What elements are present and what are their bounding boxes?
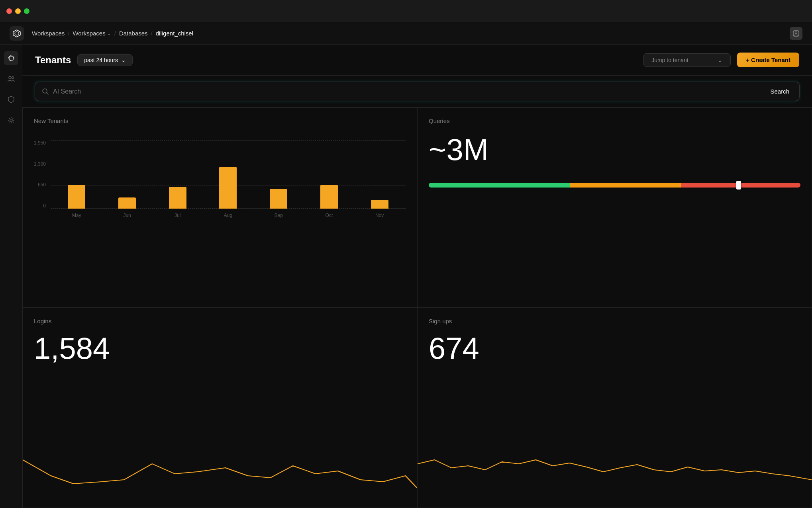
svg-point-15 <box>10 119 12 121</box>
user-icon[interactable] <box>790 27 802 40</box>
sidebar <box>0 45 22 508</box>
breadcrumb-workspaces2[interactable]: Workspaces <box>73 30 105 37</box>
search-input[interactable] <box>53 88 763 95</box>
bar-jul <box>169 187 186 209</box>
dashboard: New Tenants 1,950 1,300 650 0 <box>22 107 812 508</box>
jump-chevron-icon: ⌄ <box>718 57 722 63</box>
bar-may <box>68 185 85 209</box>
search-button[interactable]: Search <box>767 86 792 96</box>
logins-title: Logins <box>34 318 406 324</box>
breadcrumb-sep-2: / <box>114 30 116 37</box>
logins-sparkline <box>23 436 417 508</box>
time-filter-chevron: ⌄ <box>121 57 126 63</box>
app-logo <box>10 26 24 41</box>
svg-line-17 <box>47 92 49 94</box>
bar-group-jun: Jun <box>103 140 152 209</box>
y-label-0: 0 <box>34 203 46 209</box>
jump-to-label: Jump to tenant <box>651 57 688 63</box>
main-content: Tenants past 24 hours ⌄ Jump to tenant ⌄… <box>22 45 812 508</box>
sidebar-item-users[interactable] <box>4 72 18 86</box>
signups-sparkline <box>418 436 812 508</box>
y-label-650: 650 <box>34 182 46 188</box>
breadcrumb: Workspaces / Workspaces ⌄ / Databases / … <box>32 30 193 37</box>
traffic-lights <box>6 8 29 14</box>
svg-marker-0 <box>13 30 20 37</box>
sidebar-item-cpu[interactable] <box>4 51 18 65</box>
bars: May Jun Jul <box>51 140 406 209</box>
breadcrumb-databases[interactable]: Databases <box>119 30 148 37</box>
bar-nov <box>371 200 388 209</box>
bar-label-aug: Aug <box>224 213 232 218</box>
new-tenants-title: New Tenants <box>34 117 406 124</box>
search-bar: Search <box>35 82 799 101</box>
sidebar-item-settings[interactable] <box>4 113 18 127</box>
svg-rect-4 <box>9 56 13 60</box>
svg-point-13 <box>9 76 11 79</box>
search-bar-container: Search <box>22 76 812 107</box>
logins-panel: Logins 1,584 <box>22 308 417 508</box>
gauge-bar <box>429 183 800 188</box>
queries-title: Queries <box>429 117 800 124</box>
bar-group-aug: Aug <box>204 140 253 209</box>
svg-point-14 <box>12 77 14 79</box>
bar-label-sep: Sep <box>275 213 283 218</box>
bar-label-nov: Nov <box>375 213 384 218</box>
page-title: Tenants <box>35 55 71 66</box>
bar-aug <box>219 167 237 209</box>
breadcrumb-db-name[interactable]: diligent_chisel <box>156 30 193 37</box>
minimize-button[interactable] <box>15 8 21 14</box>
bar-oct <box>320 185 338 209</box>
breadcrumb-sep-1: / <box>68 30 69 37</box>
bar-group-sep: Sep <box>254 140 303 209</box>
jump-to-tenant-select[interactable]: Jump to tenant ⌄ <box>643 53 731 67</box>
new-tenants-panel: New Tenants 1,950 1,300 650 0 <box>22 107 417 308</box>
breadcrumb-workspaces[interactable]: Workspaces <box>32 30 65 37</box>
svg-point-3 <box>795 31 797 33</box>
maximize-button[interactable] <box>24 8 29 14</box>
breadcrumb-sep-3: / <box>151 30 153 37</box>
svg-marker-1 <box>15 31 19 35</box>
create-tenant-button[interactable]: + Create Tenant <box>737 53 799 67</box>
bar-group-nov: Nov <box>355 140 404 209</box>
close-button[interactable] <box>6 8 12 14</box>
page-header: Tenants past 24 hours ⌄ Jump to tenant ⌄… <box>22 45 812 76</box>
signups-value: 674 <box>429 331 800 365</box>
search-icon <box>42 88 49 95</box>
app-body: Tenants past 24 hours ⌄ Jump to tenant ⌄… <box>0 45 812 508</box>
sidebar-item-shield[interactable] <box>4 92 18 107</box>
gauge-handle <box>736 181 741 190</box>
bar-label-jun: Jun <box>123 213 131 218</box>
bar-label-jul: Jul <box>175 213 180 218</box>
time-filter-select[interactable]: past 24 hours ⌄ <box>77 54 133 66</box>
queries-value: ~3M <box>429 132 800 167</box>
title-bar <box>0 0 812 22</box>
signups-title: Sign ups <box>429 318 800 324</box>
y-label-1300: 1,300 <box>34 161 46 167</box>
bar-sep <box>270 189 287 209</box>
queries-panel: Queries ~3M <box>417 107 812 308</box>
time-filter-label: past 24 hours <box>84 57 118 63</box>
bar-group-oct: Oct <box>305 140 354 209</box>
y-label-1950: 1,950 <box>34 140 46 146</box>
bar-label-oct: Oct <box>326 213 333 218</box>
bar-group-jul: Jul <box>153 140 202 209</box>
nav-bar: Workspaces / Workspaces ⌄ / Databases / … <box>0 22 812 45</box>
bar-label-may: May <box>72 213 81 218</box>
bar-jun <box>118 197 136 209</box>
signups-panel: Sign ups 674 <box>417 308 812 508</box>
logins-value: 1,584 <box>34 331 406 365</box>
bar-group-may: May <box>52 140 101 209</box>
